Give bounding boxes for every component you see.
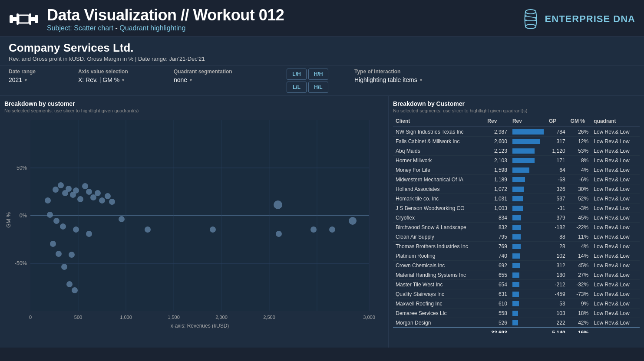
table-row[interactable]: Maxwell Roofing Inc 610 53 9% Low Rev.& … [393, 299, 640, 308]
total-row: 32,693 5,140 16% [393, 328, 640, 333]
scatter-subtitle: No selected segments: use slicer to high… [4, 108, 384, 113]
table-row[interactable]: Quality Stairways Inc 631 -459 -73% Low … [393, 289, 640, 299]
client-cell: Quality Stairways Inc [393, 289, 485, 299]
svg-point-59 [56, 251, 62, 257]
gp-cell: 312 [546, 261, 568, 270]
table-row[interactable]: Abq Maids 2,123 1,120 53% Low Rev.& Low [393, 146, 640, 156]
table-row[interactable]: Material Handling Systems Inc 655 180 27… [393, 270, 640, 280]
col-client: Client [393, 116, 485, 127]
date-range-select[interactable]: 2021 ▾ [9, 76, 61, 83]
gm-cell: 45% [568, 261, 591, 270]
quadrant-cell: Low Rev.& Low [591, 261, 640, 270]
svg-rect-4 [29, 13, 31, 25]
quadrant-cell: Low Rev.& Low [591, 242, 640, 251]
gp-cell: 180 [546, 270, 568, 280]
table-row[interactable]: Morgan Design 526 222 42% Low Rev.& Low [393, 318, 640, 328]
scatter-plot[interactable]: 50% 0% -50% GM % 0 500 1,000 1,500 2,000… [4, 116, 378, 328]
svg-point-67 [274, 200, 282, 209]
svg-point-8 [525, 24, 536, 29]
ll-button[interactable]: L/L [287, 82, 307, 93]
table-row[interactable]: Holland Associates 1,072 326 30% Low Rev… [393, 184, 640, 194]
customer-table: Client Rev Rev GP GM % quadrant NW Sign … [393, 116, 640, 333]
total-gp: 5,140 [546, 328, 568, 333]
svg-point-12 [535, 17, 536, 19]
rev-cell: 655 [485, 270, 510, 280]
table-row[interactable]: Master Tile West Inc 654 -212 -32% Low R… [393, 280, 640, 289]
col-rev: Rev [485, 116, 510, 127]
quadrant-cell: Low Rev.& Low [591, 184, 640, 194]
scatter-svg: 50% 0% -50% GM % 0 500 1,000 1,500 2,000… [4, 116, 378, 328]
gm-cell: 14% [568, 251, 591, 261]
quadrant-cell: Low Rev.& Low [591, 280, 640, 289]
svg-point-71 [349, 217, 357, 225]
hh-button[interactable]: H/H [308, 69, 328, 80]
quadrant-cell: Low Rev.& Low [591, 318, 640, 328]
svg-point-63 [72, 287, 78, 293]
svg-point-38 [45, 197, 51, 203]
table-row[interactable]: Money For Life 1,598 64 4% Low Rev.& Low [393, 165, 640, 175]
axis-select[interactable]: X: Rev. | GM % ▾ [78, 76, 156, 83]
table-row[interactable]: Clean Air Supply 795 88 11% Low Rev.& Lo… [393, 232, 640, 242]
client-cell: Material Handling Systems Inc [393, 270, 485, 280]
table-row[interactable]: NW Sign Industries Texas Inc 2,987 784 2… [393, 127, 640, 137]
table-row[interactable]: Midwestern Mechanical Of IA 1,189 -68 -6… [393, 175, 640, 184]
svg-point-54 [53, 218, 59, 224]
svg-point-51 [105, 193, 111, 199]
gp-cell: 379 [546, 213, 568, 223]
svg-point-58 [50, 241, 56, 247]
svg-point-46 [82, 183, 88, 189]
table-row[interactable]: Demaree Services Llc 558 103 18% Low Rev… [393, 308, 640, 318]
gp-cell: 88 [546, 232, 568, 242]
quadrant-cell: Low Rev.& Low [591, 146, 640, 156]
gm-cell: 53% [568, 146, 591, 156]
axis-chevron: ▾ [122, 78, 124, 82]
table-row[interactable]: Birchwood Snow & Landscape 832 -182 -22%… [393, 223, 640, 232]
rev-bar-cell [510, 146, 546, 156]
quadrant-cell: Low Rev.& Low [591, 299, 640, 308]
gm-cell: 42% [568, 318, 591, 328]
date-range-chevron: ▾ [25, 78, 27, 82]
svg-rect-3 [19, 15, 29, 23]
table-row[interactable]: Horner Millwork 2,103 171 8% Low Rev.& L… [393, 156, 640, 165]
svg-text:-50%: -50% [15, 260, 27, 266]
table-row[interactable]: Thomas Brothers Industries Inc 769 28 4%… [393, 242, 640, 251]
lh-button[interactable]: L/H [287, 69, 307, 80]
table-container[interactable]: Client Rev Rev GP GM % quadrant NW Sign … [393, 116, 640, 333]
quadrant-select[interactable]: none ▾ [174, 76, 261, 83]
rev-cell: 834 [485, 213, 510, 223]
gp-cell: -459 [546, 289, 568, 299]
total-quadrant [591, 328, 640, 333]
gm-cell: -6% [568, 175, 591, 184]
client-cell: NW Sign Industries Texas Inc [393, 127, 485, 137]
interaction-select[interactable]: Highlighting table items ▾ [354, 76, 635, 83]
rev-bar-cell [510, 280, 546, 289]
table-row[interactable]: Platinum Roofing 740 102 14% Low Rev.& L… [393, 251, 640, 261]
table-row[interactable]: Homark tile co. Inc 1,031 537 52% Low Re… [393, 194, 640, 203]
controls-bar: Date range 2021 ▾ Axis value selection X… [0, 66, 644, 96]
table-row[interactable]: Cryoflex 834 379 45% Low Rev.& Low [393, 213, 640, 223]
date-range-group: Date range 2021 ▾ [9, 69, 61, 83]
gp-cell: 102 [546, 251, 568, 261]
hl-button[interactable]: H/L [308, 82, 328, 93]
rev-cell: 631 [485, 289, 510, 299]
gp-cell: -31 [546, 203, 568, 213]
svg-point-57 [86, 231, 92, 237]
gm-cell: 4% [568, 165, 591, 175]
svg-point-44 [73, 187, 79, 194]
svg-text:500: 500 [74, 315, 82, 320]
table-row[interactable]: Crown Chemicals Inc 692 312 45% Low Rev.… [393, 261, 640, 270]
table-row[interactable]: Falls Cabinet & Millwork Inc 2,600 317 1… [393, 137, 640, 146]
gp-cell: -182 [546, 223, 568, 232]
rev-bar-cell [510, 299, 546, 308]
interaction-chevron: ▾ [420, 78, 422, 82]
rev-cell: 740 [485, 251, 510, 261]
quadrant-cell: Low Rev.& Low [591, 270, 640, 280]
svg-point-62 [66, 281, 73, 287]
gp-cell: 1,120 [546, 146, 568, 156]
logo-icon [9, 6, 39, 32]
client-cell: Money For Life [393, 165, 485, 175]
rev-bar-cell [510, 184, 546, 194]
quadrant-cell: Low Rev.& Low [591, 156, 640, 165]
table-row[interactable]: J S Benson Woodworking CO 1,003 -31 -3% … [393, 203, 640, 213]
svg-line-9 [526, 16, 535, 18]
